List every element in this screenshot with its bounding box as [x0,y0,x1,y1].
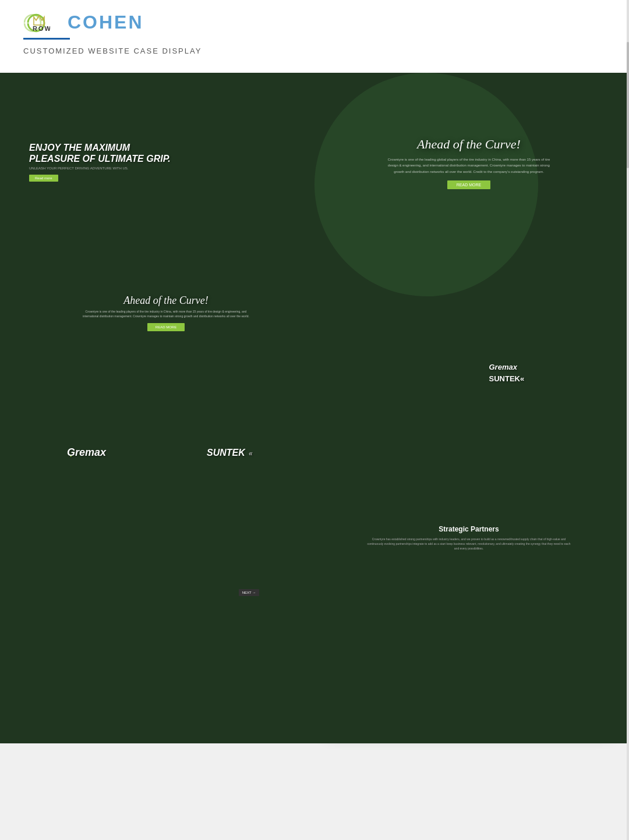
footer-about-3[interactable]: Why Choose Us [499,703,549,708]
right-tab-trucks[interactable]: TRUCKS AND TRAILERS [440,421,493,431]
copyright-text: Copyright © Crowntyre 2006-2022 All Righ… [333,725,404,728]
xcellent-dot-1[interactable] [403,377,407,380]
product-portfolio-section: Full Range Product Portfolio Crowntyre i… [17,505,314,561]
comment-input[interactable]: A Comment [472,648,605,656]
stat2-desc-2: Our portfolio includes more than 500 tho… [168,383,236,389]
pagination-next[interactable]: ▶ [602,725,605,728]
tel-input[interactable]: Tel [472,616,537,625]
stat2-number-3: 15 [241,366,309,377]
hero-dot-4[interactable] [172,211,175,212]
svg-point-56 [431,465,452,486]
svg-text:SUNTEK: SUNTEK [207,448,246,458]
email-nav-icon[interactable]: ✉ [302,95,308,101]
partners-text: Crowntyre has established strong partner… [367,537,571,551]
instagram-icon[interactable]: ◎ [294,95,300,101]
footer-news-1[interactable]: News [444,691,494,697]
contact-input[interactable]: Contact [472,627,605,635]
tires-next-btn[interactable]: NEXT → [239,589,260,596]
scrollbar-thumb[interactable] [627,42,629,168]
hero-dot-3[interactable] [167,211,170,212]
radio-mr[interactable]: ◉ [586,598,588,601]
logo-area: ROWNTYRE COHEN [23,12,606,33]
footer-contact-1[interactable]: Customer Service [554,691,605,697]
radio-ms[interactable]: ○ [596,598,598,601]
right-stat-number-3: 15 [539,242,606,254]
footer-news-2[interactable]: Event [444,697,494,703]
right-next-btn[interactable]: NEXT → [588,472,609,479]
youtube-icon[interactable]: ▶ [287,95,292,101]
city-input[interactable]: City [539,606,605,614]
issue-input[interactable]: Issue information [472,637,605,646]
footer-product-3[interactable]: Specialty Vehicles [333,703,384,708]
svg-point-14 [55,310,73,327]
right-tab-specialty[interactable]: SPECIALTY VEHICLES [493,421,542,431]
accent-line [23,38,70,40]
nav-link-services[interactable]: SERVICES [135,95,153,102]
right-stat-desc-1: Product development, order placements, p… [401,260,468,267]
footer-about-2[interactable]: Become a Dealer [499,697,549,703]
yellow-rim-tire-svg [134,566,186,619]
name-row: Your name ◉ Mr ○ Ms [472,596,605,604]
suntek-brand: SUNTEK« [489,374,606,383]
footer-col-about: ABOUT Who We Are Become a Dealer Why Cho… [499,683,549,714]
stat2-item-2: 7 Full Range Product Lines Our portfolio… [168,366,236,393]
stat2-desc-0: Headquartered in the center of China's m… [23,383,91,393]
page-scrollbar[interactable] [627,0,629,840]
footer-about-1[interactable]: Who We Are [499,691,549,697]
email-icon: ✉ [333,606,335,609]
portfolio-layout: CROWNTYRE HOME BRAND PRODUCTS SERVICES M… [0,73,629,743]
country-input[interactable]: Country [472,606,537,614]
xcellent-dot-2[interactable] [408,377,412,380]
brands-aerial-panel: Gremax SUNTEK« [483,272,612,389]
xcellent-dot-active[interactable] [398,377,401,380]
footer-service-3[interactable]: Specialty Vehicles [388,703,439,708]
nav-cta-btn[interactable]: Please enter the product na [217,94,264,103]
hero-dot-2[interactable] [162,211,165,212]
email-input[interactable]: Email [539,616,605,625]
footer-service-4[interactable]: Tyre and Rims [388,708,439,714]
footer-contact-2[interactable]: Technical Support [554,697,605,703]
suntek-logo: SUNTEK « [207,444,265,460]
tyre-finder-link[interactable]: Tyre Finder [558,725,573,728]
svg-rect-12 [213,191,253,203]
footer-news-3[interactable]: Community [444,703,494,708]
svg-point-17 [211,273,232,294]
name-input[interactable]: Your name [472,596,582,604]
stat-label-2: Full Range Product Lines [168,239,236,243]
right-stat-desc-2: Our portfolio includes 500 thousand SKUs… [471,260,537,267]
stat-item-2: 7 Full Range Product Lines Our portfolio… [168,226,236,257]
footer-product-2[interactable]: Trucks and Trailers [333,697,384,703]
email-item: ✉ tm@crowntyre.com [333,606,466,609]
footer-bottom-links: Tyre Finder BackStore ◀ ▶ [558,725,605,728]
pagination-prev[interactable]: ◀ [595,725,598,728]
right-tab-cars[interactable]: CARS, SUVS, VANS [397,421,441,431]
stat-desc-1: Whether product development, order place… [96,244,164,257]
road-read-more-btn[interactable]: READ MORE [147,323,185,331]
tab-cars-suvs[interactable]: CARS, SUVS, VANS [97,538,141,548]
brands-road-svg [17,400,314,505]
facebook-icon[interactable]: f [271,95,277,101]
client-label: COHEN [68,12,144,33]
hero-dot-1[interactable] [158,211,161,212]
footer-product-4[interactable]: Tyre Finder [333,708,384,714]
tab-trucks[interactable]: TRUCKS AND TRAILERS [140,538,193,548]
linkedin-icon[interactable]: in [279,95,285,101]
nav-link-contact[interactable]: CONTACT US [193,95,210,102]
nav-link-about[interactable]: ABOUT US [175,95,188,102]
footer-service-2[interactable]: Trucks and Trailers [388,697,439,703]
right-hero-btn[interactable]: READ MORE [447,180,490,189]
nav-link-home[interactable]: HOME [75,95,86,102]
nav-link-brand[interactable]: BRAND [91,95,104,102]
svg-point-45 [204,585,220,601]
nav-link-media[interactable]: MEDIA [158,95,169,102]
stat-label-1: Indicators [96,239,164,243]
backstore-link[interactable]: BackStore [577,725,591,728]
tab-specialty[interactable]: SPECIALTY VEHICLES [193,538,235,548]
footer-product-1[interactable]: Cars, SUVs, Vans [333,691,384,697]
nav-link-products[interactable]: PRODUCTS [109,95,129,102]
submit-btn[interactable]: Submission [472,661,504,669]
right-stats-section: 500 Distribution Partners Crowntyre mana… [326,236,612,272]
right-stat-1: 80 Indicators Product development, order… [401,242,468,267]
footer-service-1[interactable]: Partnerships and Policies [388,691,439,697]
hero-read-more-btn[interactable]: Read more [29,175,58,182]
